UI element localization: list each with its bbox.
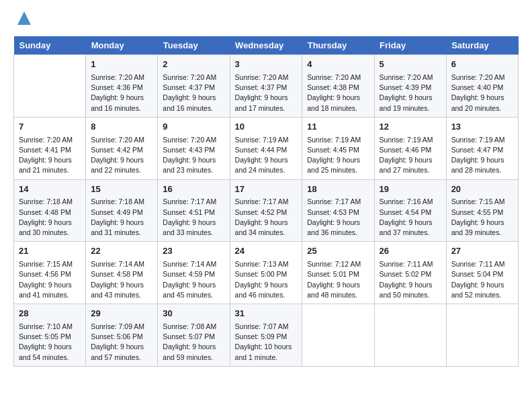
calendar-cell: 4Sunrise: 7:20 AMSunset: 4:38 PMDaylight…	[302, 55, 374, 118]
calendar-cell	[302, 304, 374, 367]
calendar-body: 1Sunrise: 7:20 AMSunset: 4:36 PMDaylight…	[14, 55, 519, 367]
calendar-cell: 11Sunrise: 7:19 AMSunset: 4:45 PMDayligh…	[302, 117, 374, 179]
header-thursday: Thursday	[302, 36, 374, 55]
day-number: 1	[91, 58, 152, 71]
day-content: Sunrise: 7:19 AMSunset: 4:44 PMDaylight:…	[235, 135, 298, 176]
day-content: Sunrise: 7:10 AMSunset: 5:05 PMDaylight:…	[19, 322, 81, 363]
day-number: 28	[19, 308, 81, 320]
day-content: Sunrise: 7:18 AMSunset: 4:48 PMDaylight:…	[19, 197, 81, 238]
calendar-cell: 23Sunrise: 7:14 AMSunset: 4:59 PMDayligh…	[158, 242, 230, 304]
day-content: Sunrise: 7:20 AMSunset: 4:42 PMDaylight:…	[91, 135, 152, 176]
calendar-cell: 1Sunrise: 7:20 AMSunset: 4:36 PMDaylight…	[86, 55, 158, 118]
day-number: 19	[380, 183, 441, 196]
day-number: 5	[380, 58, 441, 71]
page-header	[13, 13, 519, 30]
day-content: Sunrise: 7:16 AMSunset: 4:54 PMDaylight:…	[380, 197, 441, 238]
day-content: Sunrise: 7:09 AMSunset: 5:06 PMDaylight:…	[91, 322, 152, 363]
day-number: 16	[163, 183, 224, 196]
day-number: 7	[19, 121, 81, 134]
calendar-cell: 29Sunrise: 7:09 AMSunset: 5:06 PMDayligh…	[86, 304, 158, 367]
calendar-cell: 18Sunrise: 7:17 AMSunset: 4:53 PMDayligh…	[302, 179, 374, 242]
day-content: Sunrise: 7:15 AMSunset: 4:56 PMDaylight:…	[19, 259, 81, 300]
day-content: Sunrise: 7:17 AMSunset: 4:53 PMDaylight:…	[307, 197, 369, 238]
calendar-cell	[374, 304, 446, 367]
day-number: 25	[307, 245, 369, 258]
day-number: 11	[307, 121, 369, 134]
day-number: 2	[163, 58, 224, 71]
day-number: 24	[235, 245, 298, 258]
calendar-cell: 28Sunrise: 7:10 AMSunset: 5:05 PMDayligh…	[14, 304, 86, 367]
calendar-cell: 6Sunrise: 7:20 AMSunset: 4:40 PMDaylight…	[446, 55, 518, 118]
day-number: 13	[451, 121, 513, 134]
calendar-header: SundayMondayTuesdayWednesdayThursdayFrid…	[14, 36, 519, 55]
calendar-cell: 31Sunrise: 7:07 AMSunset: 5:09 PMDayligh…	[230, 304, 302, 367]
logo-icon	[15, 9, 34, 28]
day-content: Sunrise: 7:13 AMSunset: 5:00 PMDaylight:…	[235, 259, 298, 300]
day-content: Sunrise: 7:20 AMSunset: 4:39 PMDaylight:…	[380, 73, 441, 113]
calendar-cell: 10Sunrise: 7:19 AMSunset: 4:44 PMDayligh…	[230, 117, 302, 179]
week-row-1: 1Sunrise: 7:20 AMSunset: 4:36 PMDaylight…	[14, 55, 519, 118]
day-number: 31	[235, 308, 298, 320]
day-number: 3	[235, 58, 298, 71]
calendar-cell: 19Sunrise: 7:16 AMSunset: 4:54 PMDayligh…	[374, 179, 446, 242]
day-content: Sunrise: 7:18 AMSunset: 4:49 PMDaylight:…	[91, 197, 152, 238]
calendar-cell: 8Sunrise: 7:20 AMSunset: 4:42 PMDaylight…	[86, 117, 158, 179]
calendar-cell: 14Sunrise: 7:18 AMSunset: 4:48 PMDayligh…	[14, 179, 86, 242]
day-content: Sunrise: 7:08 AMSunset: 5:07 PMDaylight:…	[163, 322, 224, 363]
day-number: 29	[91, 308, 152, 320]
day-number: 26	[380, 245, 441, 258]
calendar-cell: 9Sunrise: 7:20 AMSunset: 4:43 PMDaylight…	[158, 117, 230, 179]
day-number: 17	[235, 183, 298, 196]
header-sunday: Sunday	[14, 36, 86, 55]
day-content: Sunrise: 7:20 AMSunset: 4:37 PMDaylight:…	[163, 73, 224, 113]
header-saturday: Saturday	[446, 36, 518, 55]
calendar-table: SundayMondayTuesdayWednesdayThursdayFrid…	[13, 36, 519, 367]
day-content: Sunrise: 7:11 AMSunset: 5:04 PMDaylight:…	[451, 259, 513, 300]
day-content: Sunrise: 7:07 AMSunset: 5:09 PMDaylight:…	[235, 322, 298, 363]
header-monday: Monday	[86, 36, 158, 55]
day-number: 22	[91, 245, 152, 258]
day-number: 21	[19, 245, 81, 258]
day-content: Sunrise: 7:20 AMSunset: 4:37 PMDaylight:…	[235, 73, 298, 113]
calendar-cell: 25Sunrise: 7:12 AMSunset: 5:01 PMDayligh…	[302, 242, 374, 304]
day-number: 12	[380, 121, 441, 134]
week-row-2: 7Sunrise: 7:20 AMSunset: 4:41 PMDaylight…	[14, 117, 519, 179]
calendar-cell: 21Sunrise: 7:15 AMSunset: 4:56 PMDayligh…	[14, 242, 86, 304]
calendar-cell	[446, 304, 518, 367]
day-number: 23	[163, 245, 224, 258]
calendar-cell: 17Sunrise: 7:17 AMSunset: 4:52 PMDayligh…	[230, 179, 302, 242]
day-content: Sunrise: 7:12 AMSunset: 5:01 PMDaylight:…	[307, 259, 369, 300]
day-number: 15	[91, 183, 152, 196]
header-wednesday: Wednesday	[230, 36, 302, 55]
day-content: Sunrise: 7:20 AMSunset: 4:43 PMDaylight:…	[163, 135, 224, 176]
week-row-5: 28Sunrise: 7:10 AMSunset: 5:05 PMDayligh…	[14, 304, 519, 367]
week-row-4: 21Sunrise: 7:15 AMSunset: 4:56 PMDayligh…	[14, 242, 519, 304]
day-number: 18	[307, 183, 369, 196]
day-number: 4	[307, 58, 369, 71]
svg-marker-0	[17, 11, 31, 25]
calendar-cell: 26Sunrise: 7:11 AMSunset: 5:02 PMDayligh…	[374, 242, 446, 304]
day-content: Sunrise: 7:17 AMSunset: 4:51 PMDaylight:…	[163, 197, 224, 238]
calendar-cell: 5Sunrise: 7:20 AMSunset: 4:39 PMDaylight…	[374, 55, 446, 118]
calendar-cell: 30Sunrise: 7:08 AMSunset: 5:07 PMDayligh…	[158, 304, 230, 367]
calendar-cell: 22Sunrise: 7:14 AMSunset: 4:58 PMDayligh…	[86, 242, 158, 304]
calendar-cell: 7Sunrise: 7:20 AMSunset: 4:41 PMDaylight…	[14, 117, 86, 179]
day-content: Sunrise: 7:20 AMSunset: 4:36 PMDaylight:…	[91, 73, 152, 113]
calendar-cell: 12Sunrise: 7:19 AMSunset: 4:46 PMDayligh…	[374, 117, 446, 179]
day-content: Sunrise: 7:14 AMSunset: 4:58 PMDaylight:…	[91, 259, 152, 300]
logo	[13, 13, 34, 30]
day-content: Sunrise: 7:14 AMSunset: 4:59 PMDaylight:…	[163, 259, 224, 300]
calendar-cell: 3Sunrise: 7:20 AMSunset: 4:37 PMDaylight…	[230, 55, 302, 118]
week-row-3: 14Sunrise: 7:18 AMSunset: 4:48 PMDayligh…	[14, 179, 519, 242]
calendar-cell: 24Sunrise: 7:13 AMSunset: 5:00 PMDayligh…	[230, 242, 302, 304]
calendar-cell: 16Sunrise: 7:17 AMSunset: 4:51 PMDayligh…	[158, 179, 230, 242]
day-content: Sunrise: 7:19 AMSunset: 4:45 PMDaylight:…	[307, 135, 369, 176]
calendar-cell: 15Sunrise: 7:18 AMSunset: 4:49 PMDayligh…	[86, 179, 158, 242]
day-content: Sunrise: 7:19 AMSunset: 4:47 PMDaylight:…	[451, 135, 513, 176]
calendar-cell: 13Sunrise: 7:19 AMSunset: 4:47 PMDayligh…	[446, 117, 518, 179]
day-content: Sunrise: 7:20 AMSunset: 4:38 PMDaylight:…	[307, 73, 369, 113]
header-friday: Friday	[374, 36, 446, 55]
day-content: Sunrise: 7:17 AMSunset: 4:52 PMDaylight:…	[235, 197, 298, 238]
day-number: 20	[451, 183, 513, 196]
day-number: 14	[19, 183, 81, 196]
